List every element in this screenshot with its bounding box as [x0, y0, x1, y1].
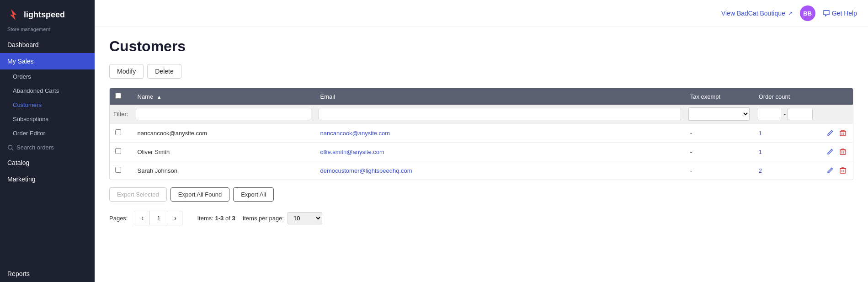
filter-row: Filter: Yes No	[110, 105, 853, 124]
sidebar-item-dashboard[interactable]: Dashboard	[0, 37, 95, 53]
filter-name-input[interactable]	[136, 108, 311, 120]
sidebar-item-my-sales[interactable]: My Sales	[0, 53, 95, 69]
svg-line-2	[12, 149, 14, 150]
export-selected-button[interactable]: Export Selected	[109, 187, 167, 202]
sidebar-item-subscriptions[interactable]: Subscriptions	[0, 112, 95, 126]
page-number-input[interactable]	[149, 211, 168, 225]
row-2-checkbox[interactable]	[115, 148, 121, 154]
table-header-row: Name ▲ Email Tax exempt Order count	[110, 88, 853, 105]
main-content: View BadCat Boutique ↗ BB Get Help Custo…	[95, 0, 868, 282]
items-info: Items: 1-3 of 3	[197, 215, 235, 222]
prev-page-button[interactable]: ‹	[135, 211, 149, 225]
trash-icon	[839, 148, 847, 155]
filter-tax-select[interactable]: Yes No	[688, 107, 750, 121]
sort-arrow-icon: ▲	[157, 94, 162, 100]
row-2-order-count-link[interactable]: 1	[759, 149, 762, 155]
sidebar: lightspeed Store management Dashboard My…	[0, 0, 95, 282]
per-page-select[interactable]: 10 25 50 100	[288, 212, 322, 224]
sidebar-search-orders[interactable]: Search orders	[0, 140, 95, 154]
sidebar-item-orders[interactable]: Orders	[0, 69, 95, 84]
external-link-icon: ↗	[788, 10, 793, 16]
row-3-checkbox[interactable]	[115, 167, 121, 173]
items-of: of	[225, 215, 232, 222]
logo-text: lightspeed	[24, 10, 65, 20]
action-buttons: Modify Delete	[109, 64, 853, 79]
row-3-delete-button[interactable]	[838, 166, 847, 175]
my-sales-label: My Sales	[7, 58, 34, 65]
row-3-email: democustomer@lightspeedhq.com	[315, 161, 685, 180]
dashboard-label: Dashboard	[7, 41, 39, 48]
filter-count-max[interactable]	[788, 108, 813, 120]
search-icon	[7, 144, 14, 151]
lightspeed-logo-icon	[7, 8, 20, 21]
sidebar-logo[interactable]: lightspeed	[0, 0, 95, 25]
filter-email-input[interactable]	[319, 108, 681, 120]
export-all-found-button[interactable]: Export All Found	[170, 187, 229, 202]
view-store-link[interactable]: View BadCat Boutique ↗	[721, 10, 793, 17]
row-1-name: nancancook@anysite.com	[132, 124, 315, 143]
get-help-button[interactable]: Get Help	[823, 10, 857, 17]
trash-icon	[839, 167, 847, 174]
items-per-page: Items per page: 10 25 50 100	[243, 212, 322, 224]
row-2-checkbox-cell	[110, 143, 132, 161]
sidebar-item-reports[interactable]: Reports	[0, 266, 95, 282]
row-1-checkbox[interactable]	[115, 129, 121, 135]
row-2-delete-button[interactable]	[838, 147, 847, 156]
filter-email-cell	[315, 105, 685, 124]
export-all-button[interactable]: Export All	[233, 187, 274, 202]
th-tax-exempt[interactable]: Tax exempt	[685, 88, 753, 105]
th-order-count[interactable]: Order count	[753, 88, 816, 105]
select-all-checkbox[interactable]	[115, 93, 121, 99]
svg-rect-10	[840, 150, 846, 154]
modify-button[interactable]: Modify	[109, 64, 144, 79]
svg-rect-3	[840, 131, 846, 136]
row-3-email-link[interactable]: democustomer@lightspeedhq.com	[320, 167, 412, 174]
pages-label: Pages:	[109, 215, 128, 222]
row-3-edit-button[interactable]	[825, 166, 835, 175]
row-2-order-count: 1	[753, 143, 816, 161]
th-name[interactable]: Name ▲	[132, 88, 315, 105]
trash-icon	[839, 129, 847, 137]
row-3-tax-exempt: -	[685, 161, 753, 180]
filter-count-min[interactable]	[757, 108, 782, 120]
row-3-checkbox-cell	[110, 161, 132, 180]
items-per-page-label: Items per page:	[243, 215, 284, 222]
row-1-delete-button[interactable]	[838, 128, 847, 138]
next-page-button[interactable]: ›	[168, 211, 182, 225]
row-1-order-count-link[interactable]: 1	[759, 130, 762, 137]
row-1-edit-button[interactable]	[825, 128, 835, 138]
delete-button[interactable]: Delete	[147, 64, 181, 79]
sidebar-item-marketing[interactable]: Marketing	[0, 171, 95, 187]
page-title: Customers	[109, 38, 853, 55]
edit-icon	[826, 148, 834, 155]
topbar: View BadCat Boutique ↗ BB Get Help	[95, 0, 868, 27]
customers-table: Name ▲ Email Tax exempt Order count	[110, 88, 853, 180]
table-row: nancancook@anysite.com nancancook@anysit…	[110, 124, 853, 143]
row-2-edit-button[interactable]	[825, 147, 835, 156]
sidebar-item-abandoned-carts[interactable]: Abandoned Carts	[0, 84, 95, 98]
row-1-order-count: 1	[753, 124, 816, 143]
sidebar-item-catalog[interactable]: Catalog	[0, 154, 95, 171]
filter-range-separator: -	[784, 111, 786, 117]
th-email[interactable]: Email	[315, 88, 685, 105]
row-3-order-count: 2	[753, 161, 816, 180]
svg-rect-17	[840, 169, 846, 173]
pagination-row: Pages: ‹ › Items: 1-3 of 3 Items per pag…	[109, 211, 853, 225]
page-nav: ‹ ›	[135, 211, 182, 225]
export-row: Export Selected Export All Found Export …	[109, 187, 853, 202]
user-avatar[interactable]: BB	[800, 5, 815, 21]
sidebar-item-customers[interactable]: Customers	[0, 98, 95, 112]
row-1-email-link[interactable]: nancancook@anysite.com	[320, 130, 390, 137]
items-label: Items:	[197, 215, 215, 222]
customers-table-container: Name ▲ Email Tax exempt Order count	[109, 88, 853, 180]
chat-icon	[823, 10, 830, 17]
row-2-name: Oliver Smith	[132, 143, 315, 161]
row-3-order-count-link[interactable]: 2	[759, 167, 762, 174]
edit-icon	[826, 129, 834, 137]
filter-tax-cell: Yes No	[685, 105, 753, 124]
row-2-email-link[interactable]: ollie.smith@anysite.com	[320, 149, 384, 155]
row-2-email: ollie.smith@anysite.com	[315, 143, 685, 161]
th-select-all[interactable]	[110, 88, 132, 105]
sidebar-item-order-editor[interactable]: Order Editor	[0, 126, 95, 140]
row-1-tax-exempt: -	[685, 124, 753, 143]
